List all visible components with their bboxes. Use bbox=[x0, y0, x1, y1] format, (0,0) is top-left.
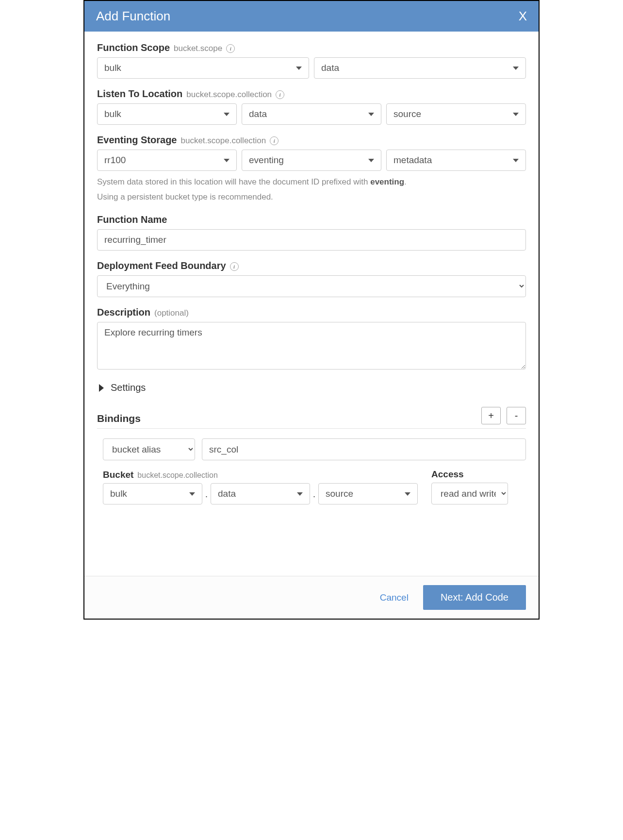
bindings-label: Bindings bbox=[97, 413, 141, 424]
binding-access-col: Access read and write bbox=[431, 469, 508, 504]
info-icon[interactable]: i bbox=[276, 90, 284, 99]
binding-bucket-sublabel: bucket.scope.collection bbox=[137, 471, 217, 480]
storage-label: Eventing Storage bbox=[97, 134, 177, 146]
settings-toggle[interactable]: Settings bbox=[99, 382, 526, 393]
listen-label: Listen To Location bbox=[97, 88, 182, 100]
description-textarea[interactable] bbox=[97, 322, 526, 370]
scope-bucket-value: bulk bbox=[104, 63, 121, 73]
function-name-input[interactable] bbox=[97, 229, 526, 251]
info-icon[interactable]: i bbox=[226, 44, 235, 53]
chevron-down-icon bbox=[189, 492, 195, 496]
eventing-storage-section: Eventing Storage bucket.scope.collection… bbox=[97, 134, 526, 204]
dot-separator: . bbox=[313, 489, 315, 504]
boundary-select[interactable]: Everything bbox=[97, 275, 526, 297]
binding-type-select[interactable]: bucket alias bbox=[103, 438, 195, 460]
binding-bucket-label: Bucket bbox=[103, 470, 133, 480]
listen-bucket-select[interactable]: bulk bbox=[97, 103, 237, 125]
binding-bucket-col: Bucket bucket.scope.collection bulk . da… bbox=[103, 470, 418, 504]
binding-bucket-select[interactable]: bulk bbox=[103, 483, 202, 504]
cancel-button[interactable]: Cancel bbox=[380, 592, 409, 603]
add-function-modal: Add Function X Function Scope bucket.sco… bbox=[83, 0, 540, 620]
scope-scope-value: data bbox=[321, 63, 339, 73]
storage-collection-select[interactable]: metadata bbox=[386, 150, 526, 171]
listen-scope-select[interactable]: data bbox=[242, 103, 381, 125]
storage-sublabel: bucket.scope.collection bbox=[180, 136, 266, 146]
feed-boundary-section: Deployment Feed Boundary i Everything bbox=[97, 260, 526, 297]
access-label: Access bbox=[431, 469, 464, 480]
storage-help-text: System data stored in this location will… bbox=[97, 175, 526, 204]
chevron-down-icon bbox=[368, 113, 374, 116]
listen-collection-select[interactable]: source bbox=[386, 103, 526, 125]
listen-location-section: Listen To Location bucket.scope.collecti… bbox=[97, 88, 526, 125]
chevron-down-icon bbox=[296, 67, 302, 70]
remove-binding-button[interactable]: - bbox=[507, 407, 526, 424]
description-sublabel: (optional) bbox=[154, 308, 189, 318]
binding-scope-select[interactable]: data bbox=[211, 483, 310, 504]
binding-alias-input[interactable] bbox=[202, 438, 526, 460]
boundary-label: Deployment Feed Boundary bbox=[97, 260, 226, 271]
storage-scope-select[interactable]: eventing bbox=[242, 150, 381, 171]
modal-title: Add Function bbox=[96, 9, 170, 24]
chevron-down-icon bbox=[224, 159, 230, 162]
scope-bucket-select[interactable]: bulk bbox=[97, 57, 309, 79]
chevron-down-icon bbox=[513, 67, 519, 70]
modal-header: Add Function X bbox=[84, 1, 539, 32]
function-scope-section: Function Scope bucket.scope i bulk data bbox=[97, 42, 526, 79]
listen-collection-value: source bbox=[393, 109, 421, 119]
dot-separator: . bbox=[205, 489, 208, 504]
close-icon[interactable]: X bbox=[519, 9, 527, 24]
storage-scope-value: eventing bbox=[249, 155, 284, 166]
info-icon[interactable]: i bbox=[270, 136, 279, 145]
settings-label: Settings bbox=[111, 382, 146, 393]
listen-bucket-value: bulk bbox=[104, 109, 121, 119]
triangle-right-icon bbox=[99, 384, 104, 392]
next-add-code-button[interactable]: Next: Add Code bbox=[423, 585, 526, 610]
storage-bucket-select[interactable]: rr100 bbox=[97, 150, 237, 171]
chevron-down-icon bbox=[513, 159, 519, 162]
access-select[interactable]: read and write bbox=[431, 483, 508, 504]
storage-bucket-value: rr100 bbox=[104, 155, 126, 166]
listen-scope-value: data bbox=[249, 109, 267, 119]
description-section: Description (optional) bbox=[97, 307, 526, 370]
info-icon[interactable]: i bbox=[230, 262, 239, 271]
function-name-section: Function Name bbox=[97, 214, 526, 251]
chevron-down-icon bbox=[224, 113, 230, 116]
add-binding-button[interactable]: + bbox=[481, 407, 501, 424]
function-name-label: Function Name bbox=[97, 214, 167, 225]
description-label: Description bbox=[97, 307, 150, 318]
binding-collection-select[interactable]: source bbox=[318, 483, 418, 504]
function-scope-sublabel: bucket.scope bbox=[174, 44, 222, 53]
chevron-down-icon bbox=[368, 159, 374, 162]
binding-row: bucket alias bbox=[97, 438, 526, 460]
function-scope-label: Function Scope bbox=[97, 42, 170, 53]
modal-body: Function Scope bucket.scope i bulk data … bbox=[84, 32, 539, 576]
bindings-header: Bindings + - bbox=[97, 407, 526, 429]
binding-detail-row: Bucket bucket.scope.collection bulk . da… bbox=[97, 469, 526, 504]
modal-footer: Cancel Next: Add Code bbox=[84, 576, 539, 619]
storage-collection-value: metadata bbox=[393, 155, 432, 166]
chevron-down-icon bbox=[513, 113, 519, 116]
chevron-down-icon bbox=[297, 492, 303, 496]
chevron-down-icon bbox=[405, 492, 410, 496]
listen-sublabel: bucket.scope.collection bbox=[186, 90, 272, 100]
scope-scope-select[interactable]: data bbox=[314, 57, 526, 79]
